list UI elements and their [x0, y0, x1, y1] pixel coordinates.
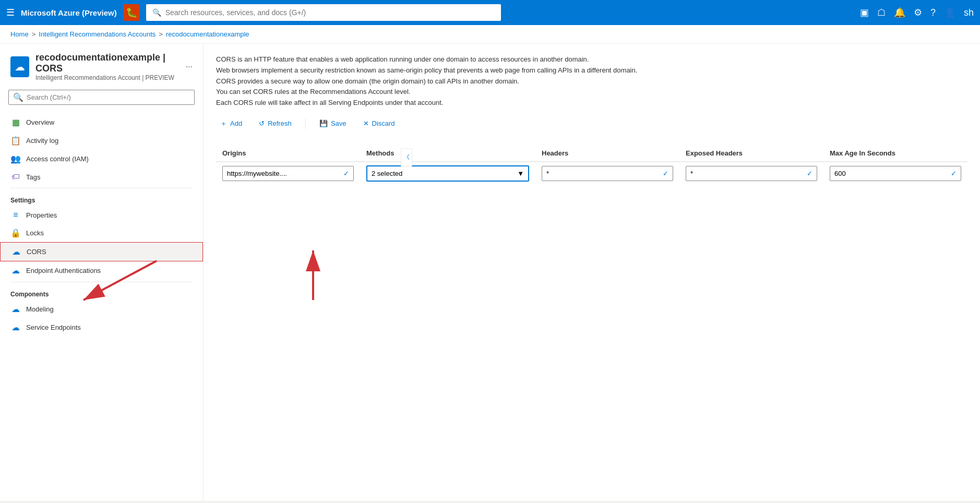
- breadcrumb-account[interactable]: recodocumentationexample: [166, 30, 249, 38]
- discard-label: Discard: [372, 119, 395, 127]
- methods-dropdown[interactable]: 2 selected ▼: [366, 165, 529, 182]
- discard-icon: ✕: [363, 119, 369, 127]
- app-title: Microsoft Azure (Preview): [21, 8, 117, 17]
- max-age-value: 600: [834, 170, 846, 177]
- desc-line-4: You can set CORS rules at the Recommenda…: [216, 87, 967, 98]
- table-header-row: Origins Methods Headers Exposed Headers …: [216, 145, 967, 162]
- sidebar-item-overview[interactable]: ▦ Overview: [0, 113, 203, 131]
- breadcrumb-sep2: >: [159, 30, 163, 38]
- max-age-input[interactable]: 600 ✓: [830, 166, 961, 181]
- global-search-bar[interactable]: 🔍: [146, 4, 501, 21]
- add-icon: ＋: [220, 119, 227, 128]
- origins-cell[interactable]: https://mywebsite.... ✓: [216, 162, 360, 185]
- cors-icon: ☁: [11, 247, 21, 257]
- section-divider-components: [10, 282, 193, 282]
- methods-value: 2 selected: [372, 170, 402, 177]
- resource-icon: ☁: [10, 56, 29, 77]
- hamburger-menu[interactable]: ☰: [6, 7, 15, 18]
- overview-icon: ▦: [10, 117, 21, 127]
- add-button[interactable]: ＋ Add: [216, 117, 246, 130]
- sidebar-label-locks: Locks: [26, 229, 44, 237]
- access-control-icon: 👥: [10, 154, 21, 164]
- content-area: CORS is an HTTP feature that enables a w…: [204, 44, 980, 501]
- save-button[interactable]: 💾 Save: [315, 117, 351, 129]
- endpoint-auth-icon: ☁: [10, 266, 21, 276]
- desc-line-2: Web browsers implement a security restri…: [216, 65, 967, 76]
- locks-icon: 🔒: [10, 228, 21, 238]
- sidebar-label-activity-log: Activity log: [26, 137, 58, 145]
- settings-icon[interactable]: ⚙: [914, 7, 922, 18]
- col-max-age: Max Age In Seconds: [823, 145, 967, 162]
- sidebar-item-properties[interactable]: ≡ Properties: [0, 206, 203, 224]
- max-age-cell[interactable]: 600 ✓: [823, 162, 967, 185]
- headers-cell[interactable]: * ✓: [535, 162, 679, 185]
- section-divider-settings: [10, 188, 193, 188]
- main-layout: ☁ recodocumentationexample | CORS Intell…: [0, 44, 980, 501]
- account-icon[interactable]: 👤: [944, 7, 955, 18]
- cors-toolbar: ＋ Add ↺ Refresh | 💾 Save ✕ Discard: [216, 117, 967, 135]
- refresh-label: Refresh: [268, 119, 292, 127]
- components-section-label: Components: [0, 284, 203, 300]
- topbar: ☰ Microsoft Azure (Preview) 🐛 🔍 ▣ ☖ 🔔 ⚙ …: [0, 0, 980, 25]
- content-inner: CORS is an HTTP feature that enables a w…: [204, 44, 980, 195]
- topbar-icons: ▣ ☖ 🔔 ⚙ ? 👤 sh: [860, 7, 974, 18]
- origins-input[interactable]: https://mywebsite.... ✓: [222, 166, 354, 181]
- search-icon: 🔍: [152, 8, 161, 17]
- origins-check-icon: ✓: [343, 170, 349, 177]
- methods-cell[interactable]: 2 selected ▼: [360, 162, 535, 185]
- sidebar-label-overview: Overview: [26, 118, 54, 126]
- properties-icon: ≡: [10, 210, 21, 220]
- sidebar-label-access-control: Access control (IAM): [26, 155, 89, 163]
- desc-line-1: CORS is an HTTP feature that enables a w…: [216, 54, 967, 65]
- more-options-icon[interactable]: ···: [186, 62, 193, 71]
- sidebar-search-bar[interactable]: 🔍: [8, 90, 195, 105]
- methods-dropdown-icon: ▼: [517, 170, 524, 177]
- global-search-input[interactable]: [165, 8, 495, 17]
- exposed-headers-input[interactable]: * ✓: [686, 166, 817, 181]
- col-origins: Origins: [216, 145, 360, 162]
- activity-log-icon: 📋: [10, 136, 21, 146]
- headers-input[interactable]: * ✓: [542, 166, 673, 181]
- toolbar-separator: |: [304, 117, 307, 129]
- sidebar-resource-title: recodocumentationexample | CORS: [35, 52, 180, 74]
- sidebar-search-input[interactable]: [27, 93, 190, 101]
- col-headers: Headers: [535, 145, 679, 162]
- breadcrumb-intelligent[interactable]: Intelligent Recommendations Accounts: [39, 30, 156, 38]
- help-icon[interactable]: ?: [930, 7, 936, 18]
- sidebar-label-tags: Tags: [26, 173, 40, 181]
- directory-icon[interactable]: ☖: [877, 7, 886, 18]
- service-endpoints-icon: ☁: [10, 322, 21, 332]
- sidebar-label-cors: CORS: [27, 248, 46, 256]
- sidebar-subtitle: Intelligent Recommendations Account | PR…: [35, 74, 180, 81]
- breadcrumb-home[interactable]: Home: [10, 30, 29, 38]
- headers-value: *: [546, 170, 549, 177]
- sidebar-item-service-endpoints[interactable]: ☁ Service Endpoints: [0, 318, 203, 337]
- exposed-headers-cell[interactable]: * ✓: [679, 162, 823, 185]
- sidebar-collapse-button[interactable]: 《: [401, 148, 412, 166]
- sidebar-item-access-control[interactable]: 👥 Access control (IAM): [0, 150, 203, 168]
- sidebar-item-endpoint-auth[interactable]: ☁ Endpoint Authentications: [0, 261, 203, 280]
- refresh-button[interactable]: ↺ Refresh: [255, 117, 296, 129]
- desc-line-3: CORS provides a secure way to allow one …: [216, 76, 967, 87]
- discard-button[interactable]: ✕ Discard: [359, 117, 399, 129]
- bug-icon[interactable]: 🐛: [123, 4, 140, 21]
- search-icon: 🔍: [13, 92, 23, 102]
- sidebar-item-locks[interactable]: 🔒 Locks: [0, 224, 203, 242]
- sidebar-item-activity-log[interactable]: 📋 Activity log: [0, 131, 203, 150]
- sidebar-label-modeling: Modeling: [26, 305, 54, 313]
- add-label: Add: [230, 119, 242, 127]
- cloud-shell-icon[interactable]: ▣: [860, 7, 869, 18]
- max-age-check-icon: ✓: [951, 170, 957, 177]
- sidebar-nav: ▦ Overview 📋 Activity log 👥 Access contr…: [0, 109, 203, 341]
- col-exposed-headers: Exposed Headers: [679, 145, 823, 162]
- modeling-icon: ☁: [10, 304, 21, 314]
- save-label: Save: [331, 119, 346, 127]
- table-row: https://mywebsite.... ✓ 2 selected ▼: [216, 162, 967, 185]
- origins-value: https://mywebsite....: [227, 170, 287, 177]
- notifications-icon[interactable]: 🔔: [894, 7, 905, 18]
- breadcrumb: Home > Intelligent Recommendations Accou…: [0, 25, 980, 44]
- sidebar-item-tags[interactable]: 🏷 Tags: [0, 168, 203, 186]
- sidebar-item-cors[interactable]: ☁ CORS: [0, 242, 203, 261]
- sidebar-label-service-endpoints: Service Endpoints: [26, 324, 81, 331]
- sidebar-item-modeling[interactable]: ☁ Modeling: [0, 300, 203, 318]
